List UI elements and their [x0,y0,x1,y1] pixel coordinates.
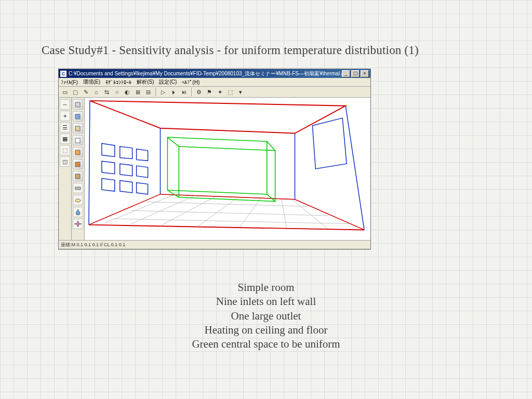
tool-1[interactable]: ▢ [71,87,80,97]
tool-5[interactable]: ○ [112,87,122,97]
svg-rect-5 [75,162,80,167]
menu-help[interactable]: ﾍﾙﾌﾟ(H) [182,79,200,85]
side-toolbar: ↔ ⌖ ☰ ▦ ⬚ ◫ [59,98,72,240]
drop-blue-icon[interactable] [73,207,83,217]
close-button[interactable]: × [361,70,369,77]
slide-title: Case Study#1 - Sensitivity analysis - fo… [42,44,419,57]
side-tool-5[interactable]: ◫ [60,156,70,167]
tool-15[interactable]: ⚑ [205,87,214,97]
work-area: ↔ ⌖ ☰ ▦ ⬚ ◫ [59,98,370,240]
app-icon: C [60,71,66,77]
side-tool-4[interactable]: ⬚ [60,145,70,155]
svg-line-12 [89,101,90,225]
svg-marker-27 [120,147,132,158]
tool-18[interactable]: ▾ [236,87,245,97]
side-tool-2[interactable]: ☰ [60,122,70,132]
caption-line-1: Nine inlets on left wall [0,295,532,309]
menu-analysis[interactable]: 解析(S) [137,78,154,86]
svg-marker-31 [137,166,148,178]
svg-line-13 [345,106,364,230]
svg-marker-26 [102,143,115,156]
cube-white-icon[interactable] [73,135,83,145]
cube-tan-icon[interactable] [73,123,83,134]
menu-env[interactable]: 環境(E) [83,78,100,86]
svg-line-40 [267,194,275,202]
svg-line-38 [167,137,179,147]
svg-rect-3 [75,138,80,143]
menubar: ﾌｧｲﾙ(F) 環境(E) ﾓﾃﾞﾙｺﾝﾄﾛｰﾙ 解析(S) 設定(C) ﾍﾙﾌ… [59,78,370,87]
cube-gray-icon[interactable] [73,99,83,110]
titlebar: C C:¥Documents and Settings¥Ikejima¥My D… [59,69,370,78]
spark-icon[interactable] [73,219,83,229]
svg-marker-32 [102,179,115,191]
tool-0[interactable]: ▭ [60,87,70,97]
svg-line-24 [131,210,328,216]
tool-2[interactable]: ✎ [81,87,90,97]
tool-12[interactable]: ⏯ [179,87,189,97]
tool-6[interactable]: ◐ [123,87,132,97]
svg-marker-37 [179,147,275,202]
menu-file[interactable]: ﾌｧｲﾙ(F) [61,79,78,85]
svg-rect-6 [75,174,80,179]
svg-marker-35 [312,118,347,169]
caption-line-4: Green central space to be uniform [0,337,532,351]
panel-gray-icon[interactable] [73,183,83,193]
svg-rect-2 [75,126,80,131]
side-tool-3[interactable]: ▦ [60,134,70,144]
scene-drawing [85,98,370,240]
app-window: C C:¥Documents and Settings¥Ikejima¥My D… [58,69,371,249]
cube-wood-icon[interactable] [73,171,83,181]
svg-line-25 [113,219,349,224]
cube-brick-icon[interactable] [73,159,83,169]
svg-line-41 [167,190,179,197]
svg-marker-30 [120,164,132,176]
cube-blue-icon[interactable] [73,111,83,122]
tool-11[interactable]: ⏵ [169,87,178,97]
figure-caption: Simple room Nine inlets on left wall One… [0,281,532,351]
caption-line-2: One large outlet [0,309,532,323]
tool-10[interactable]: ▷ [158,87,168,97]
tool-16[interactable]: ✦ [215,87,224,97]
menu-model[interactable]: ﾓﾃﾞﾙｺﾝﾄﾛｰﾙ [105,79,131,85]
maximize-button[interactable]: ▢ [351,70,360,77]
svg-line-23 [147,202,308,207]
tool-14[interactable]: ⚙ [194,87,204,97]
tool-7[interactable]: ⊞ [133,87,142,97]
svg-line-39 [267,141,275,151]
tool-4[interactable]: ⇆ [102,87,111,97]
cube-orange-icon[interactable] [73,147,83,157]
svg-line-18 [198,198,237,226]
tool-3[interactable]: ⌂ [91,87,101,97]
svg-line-19 [240,198,261,227]
svg-marker-36 [167,137,267,194]
svg-rect-7 [75,187,81,190]
caption-line-3: Heating on ceiling and floor [0,323,532,337]
svg-marker-33 [120,181,132,193]
tool-17[interactable]: ⬚ [225,87,235,97]
viewport-3d[interactable] [85,98,370,240]
toolbar-sep-1 [155,88,156,96]
side-tool-0[interactable]: ↔ [60,99,70,110]
window-title: C:¥Documents and Settings¥Ikejima¥My Doc… [69,70,342,77]
slide-page: Case Study#1 - Sensitivity analysis - fo… [0,0,532,399]
tool-8[interactable]: ⊟ [143,87,153,97]
object-toolbar [72,98,85,240]
status-text: 座標:M 0.1 0.1 0.1 // CL 0.1 0.1 [61,242,125,248]
minimize-button[interactable]: _ [342,70,350,77]
svg-rect-4 [75,150,80,155]
svg-rect-1 [75,114,80,119]
menu-settings[interactable]: 設定(C) [159,78,177,86]
svg-rect-0 [75,102,80,107]
toolbar: ▭ ▢ ✎ ⌂ ⇆ ○ ◐ ⊞ ⊟ ▷ ⏵ ⏯ ⚙ ⚑ ✦ ⬚ ▾ [59,87,370,98]
svg-line-21 [292,200,328,229]
statusbar: 座標:M 0.1 0.1 0.1 // CL 0.1 0.1 [59,240,370,249]
toolbar-sep-2 [191,88,192,96]
svg-marker-9 [90,101,345,134]
svg-line-20 [282,199,287,228]
caption-line-0: Simple room [0,281,532,295]
svg-marker-34 [137,182,148,194]
side-tool-1[interactable]: ⌖ [60,111,70,121]
disc-yellow-icon[interactable] [73,195,83,205]
svg-marker-29 [102,161,115,174]
svg-point-8 [75,199,81,202]
